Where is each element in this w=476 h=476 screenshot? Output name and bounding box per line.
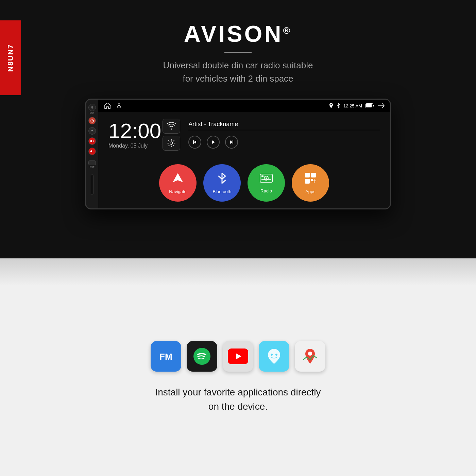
- svg-rect-14: [233, 140, 233, 144]
- mic-group: MIC: [88, 104, 96, 114]
- maps-app-icon[interactable]: [295, 341, 325, 372]
- back-icon[interactable]: [378, 103, 385, 108]
- status-left-icons: [104, 103, 122, 109]
- navigate-icon: [172, 172, 184, 187]
- physical-buttons: MIC: [86, 100, 98, 208]
- svg-point-31: [275, 354, 277, 356]
- music-widget: Artist - Trackname: [188, 121, 380, 149]
- radio-app-button[interactable]: Radio: [248, 164, 285, 202]
- app-icons-row: FM: [151, 341, 325, 372]
- svg-point-33: [308, 352, 312, 356]
- device-screen: 12:25 AM: [98, 100, 390, 208]
- svg-point-12: [170, 142, 173, 144]
- svg-point-8: [120, 106, 121, 108]
- apps-label: Apps: [305, 189, 316, 194]
- device-frame: MIC: [85, 99, 391, 209]
- app-grid: Navigate Bluetooth: [108, 164, 380, 202]
- brand-divider: [224, 52, 252, 53]
- bottom-content: FM: [151, 321, 325, 414]
- wifi-settings-widget: [161, 119, 182, 151]
- card-slot: [91, 174, 94, 195]
- prev-button[interactable]: [188, 136, 201, 149]
- wifi-icon: [167, 122, 176, 130]
- apps-app-button[interactable]: Apps: [292, 164, 329, 202]
- track-name: Artist - Trackname: [188, 121, 380, 130]
- fm-app-icon[interactable]: FM: [151, 341, 181, 372]
- device-wrapper: MIC: [85, 99, 391, 209]
- wifi-icon-box[interactable]: [163, 119, 180, 134]
- apps-icon: [304, 172, 317, 187]
- rst-group: RST: [88, 158, 96, 168]
- svg-rect-2: [91, 132, 94, 133]
- radio-label: Radio: [260, 188, 272, 193]
- mic-button[interactable]: [88, 104, 96, 111]
- clock-date: Monday, 05 July: [108, 143, 161, 149]
- eject-button[interactable]: [88, 127, 96, 135]
- svg-rect-22: [305, 179, 310, 184]
- music-controls: [188, 136, 380, 149]
- clock-time: 12:00: [108, 120, 161, 141]
- settings-icon: [167, 139, 176, 148]
- svg-point-30: [271, 354, 273, 356]
- battery-icon: [366, 103, 374, 108]
- home-icon[interactable]: [104, 103, 111, 109]
- brand-subtitle: Universal double din car radio suitable …: [163, 59, 313, 85]
- youtube-app-icon[interactable]: [223, 341, 253, 372]
- spotify-app-icon[interactable]: [187, 341, 217, 372]
- top-section: N8UN7 AVISON® Universal double din car r…: [0, 0, 476, 258]
- svg-text:FM: FM: [159, 352, 172, 362]
- settings-icon-box[interactable]: [163, 136, 180, 151]
- volume-down-button[interactable]: [88, 148, 96, 155]
- play-button[interactable]: [207, 136, 220, 149]
- bottom-section: FM: [0, 258, 476, 476]
- svg-rect-13: [193, 140, 194, 144]
- navigate-label: Navigate: [169, 189, 186, 194]
- svg-point-17: [266, 177, 267, 179]
- model-tab: N8UN7: [0, 20, 21, 95]
- status-bar: 12:25 AM: [98, 100, 390, 112]
- svg-rect-20: [305, 173, 310, 177]
- svg-point-7: [117, 106, 118, 108]
- top-widgets: 12:00 Monday, 05 July: [108, 119, 380, 151]
- home-screen: 12:00 Monday, 05 July: [98, 112, 390, 208]
- next-button[interactable]: [225, 136, 238, 149]
- svg-rect-18: [261, 175, 264, 177]
- status-right: 12:25 AM: [329, 103, 385, 108]
- reset-label: RST: [90, 166, 95, 168]
- reset-button[interactable]: [88, 160, 96, 165]
- install-text: Install your favorite applications direc…: [155, 385, 321, 414]
- waze-app-icon[interactable]: [259, 341, 289, 372]
- svg-rect-11: [366, 104, 372, 107]
- power-button[interactable]: [88, 117, 96, 124]
- clock-widget: 12:00 Monday, 05 July: [108, 120, 161, 149]
- radio-icon: [259, 173, 273, 186]
- model-label: N8UN7: [6, 44, 15, 72]
- volume-up-button[interactable]: [88, 137, 96, 145]
- bluetooth-label: Bluetooth: [213, 189, 232, 194]
- status-time: 12:25 AM: [343, 103, 362, 108]
- usb-icon: [116, 103, 122, 109]
- location-icon: [329, 103, 333, 108]
- bluetooth-app-button[interactable]: Bluetooth: [203, 164, 241, 202]
- svg-rect-21: [311, 173, 316, 177]
- brand-name: AVISON®: [184, 20, 292, 47]
- bluetooth-icon: [217, 172, 227, 187]
- bluetooth-status-icon: [337, 103, 340, 108]
- navigate-app-button[interactable]: Navigate: [159, 164, 197, 202]
- svg-point-0: [91, 106, 93, 108]
- mic-label: MIC: [90, 112, 94, 114]
